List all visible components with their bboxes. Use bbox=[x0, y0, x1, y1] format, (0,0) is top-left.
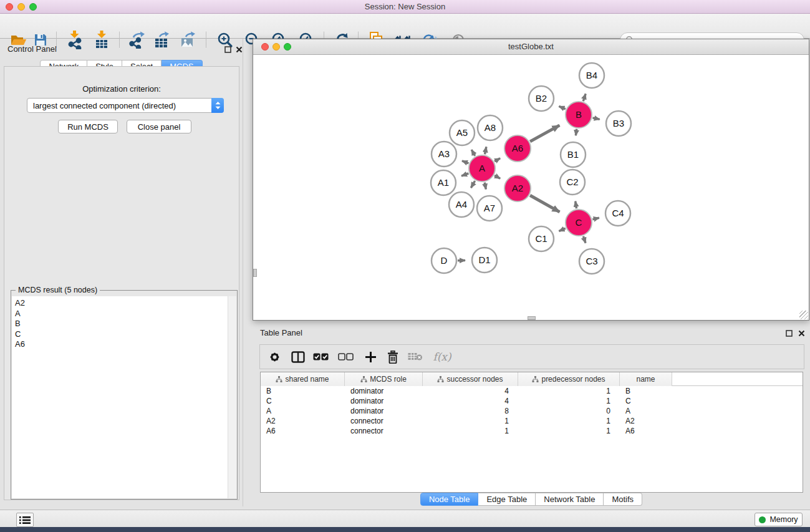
cell-predecessor_nodes[interactable]: 1 bbox=[518, 387, 620, 395]
tab-edge-table[interactable]: Edge Table bbox=[478, 493, 536, 506]
task-history-button[interactable] bbox=[16, 513, 34, 527]
graph-edge-C-C2[interactable] bbox=[576, 201, 577, 209]
graph-node-C2[interactable] bbox=[560, 170, 585, 195]
graph-edge-A-A5[interactable] bbox=[471, 150, 475, 156]
graph-edge-A-A1[interactable] bbox=[461, 173, 468, 176]
graph-edge-A6-B[interactable] bbox=[530, 125, 559, 142]
mcds-result-item[interactable]: B bbox=[15, 319, 228, 329]
graph-edge-B-B3[interactable] bbox=[592, 118, 599, 119]
graph-edge-A2-C[interactable] bbox=[530, 195, 559, 212]
graph-node-D1[interactable] bbox=[472, 248, 497, 273]
cell-name[interactable]: C bbox=[620, 397, 672, 405]
graph-node-A3[interactable] bbox=[432, 142, 456, 167]
mcds-list-scrollbar[interactable] bbox=[228, 296, 236, 498]
cell-successor_nodes[interactable]: 1 bbox=[423, 417, 518, 425]
tab-network-table[interactable]: Network Table bbox=[536, 493, 604, 506]
cell-mcds_role[interactable]: connector bbox=[345, 417, 423, 425]
cell-mcds_role[interactable]: connector bbox=[345, 427, 423, 435]
run-mcds-button[interactable]: Run MCDS bbox=[58, 120, 118, 133]
graph-edge-A-A3[interactable] bbox=[462, 161, 468, 163]
table-row[interactable]: A6connector11A6 bbox=[261, 426, 803, 436]
column-header-name[interactable]: name bbox=[620, 372, 672, 386]
graph-edge-A-A4[interactable] bbox=[471, 181, 475, 188]
close-mcds-panel-button[interactable]: Close panel bbox=[127, 120, 191, 133]
mcds-result-item[interactable]: A2 bbox=[15, 298, 228, 309]
cell-name[interactable]: A6 bbox=[620, 427, 672, 435]
graph-node-A5[interactable] bbox=[450, 120, 475, 145]
graph-node-C4[interactable] bbox=[605, 201, 630, 226]
delete-columns-button[interactable] bbox=[383, 345, 402, 369]
window-resize-grip[interactable] bbox=[799, 311, 808, 319]
cell-predecessor_nodes[interactable]: 1 bbox=[518, 427, 620, 435]
cell-shared_name[interactable]: C bbox=[261, 397, 345, 405]
cell-predecessor_nodes[interactable]: 0 bbox=[518, 407, 620, 415]
close-control-panel-button[interactable] bbox=[234, 45, 243, 54]
float-control-panel-button[interactable] bbox=[223, 45, 232, 54]
canvas-vertical-scroll-thumb[interactable] bbox=[253, 269, 257, 277]
mcds-result-item[interactable]: A bbox=[15, 309, 228, 319]
table-row[interactable]: Bdominator41B bbox=[261, 386, 803, 396]
graph-node-C[interactable] bbox=[566, 210, 592, 236]
cell-mcds_role[interactable]: dominator bbox=[345, 397, 423, 405]
graph-node-B4[interactable] bbox=[579, 63, 604, 88]
graph-node-B[interactable] bbox=[566, 102, 592, 128]
graph-node-B3[interactable] bbox=[606, 111, 631, 136]
cell-shared_name[interactable]: A2 bbox=[261, 417, 345, 425]
graph-node-C3[interactable] bbox=[579, 249, 604, 274]
graph-edge-C-C3[interactable] bbox=[583, 236, 586, 243]
optimization-criterion-select[interactable]: largest connected component (directed) bbox=[27, 98, 224, 113]
show-columns-button[interactable] bbox=[289, 345, 307, 369]
graph-node-C1[interactable] bbox=[529, 226, 554, 251]
graph-node-A7[interactable] bbox=[477, 196, 502, 221]
mcds-result-item[interactable]: A6 bbox=[15, 339, 228, 350]
graph-node-D[interactable] bbox=[432, 248, 456, 273]
column-header-shared-name[interactable]: shared name bbox=[261, 372, 345, 386]
graph-edge-A-A6[interactable] bbox=[494, 158, 500, 162]
float-table-panel-button[interactable] bbox=[784, 329, 793, 337]
graph-edge-A-A8[interactable] bbox=[485, 147, 486, 154]
network-canvas[interactable]: AA1A2A3A4A5A6A7A8BB1B2B3B4CC1C2C3C4DD1 bbox=[253, 56, 809, 320]
cell-successor_nodes[interactable]: 8 bbox=[423, 407, 518, 415]
cell-name[interactable]: A bbox=[620, 407, 672, 415]
close-table-panel-button[interactable] bbox=[797, 329, 806, 337]
graph-node-A1[interactable] bbox=[431, 170, 456, 195]
tab-motifs[interactable]: Motifs bbox=[604, 493, 642, 506]
column-header-successor-nodes[interactable]: successor nodes bbox=[423, 372, 518, 386]
select-all-columns-button[interactable] bbox=[311, 345, 330, 369]
graph-node-A2[interactable] bbox=[504, 175, 531, 201]
function-builder-button[interactable]: f(x) bbox=[430, 345, 455, 369]
unselect-all-columns-button[interactable] bbox=[336, 345, 355, 369]
table-row[interactable]: A2connector11A2 bbox=[261, 416, 803, 426]
table-row[interactable]: Adominator80A bbox=[261, 406, 803, 416]
graph-edge-A-A2[interactable] bbox=[494, 175, 500, 178]
cell-shared_name[interactable]: B bbox=[261, 387, 345, 395]
cell-successor_nodes[interactable]: 4 bbox=[423, 397, 518, 405]
graph-edge-A-A7[interactable] bbox=[485, 183, 486, 190]
memory-button[interactable]: Memory bbox=[755, 513, 803, 526]
cell-shared_name[interactable]: A6 bbox=[261, 427, 345, 435]
column-header-mcds-role[interactable]: MCDS role bbox=[345, 372, 423, 386]
graph-node-A6[interactable] bbox=[504, 135, 531, 162]
table-options-button[interactable] bbox=[265, 345, 284, 369]
cell-name[interactable]: B bbox=[620, 387, 672, 395]
mcds-result-item[interactable]: C bbox=[15, 329, 228, 340]
canvas-horizontal-scroll-thumb[interactable] bbox=[528, 316, 536, 320]
graph-edge-B-B2[interactable] bbox=[559, 106, 565, 109]
cell-successor_nodes[interactable]: 1 bbox=[423, 427, 518, 435]
cell-predecessor_nodes[interactable]: 1 bbox=[518, 417, 620, 425]
column-header-predecessor-nodes[interactable]: predecessor nodes bbox=[518, 372, 620, 386]
graph-node-A4[interactable] bbox=[449, 192, 474, 217]
network-window-titlebar[interactable]: testGlobe.txt bbox=[253, 39, 809, 55]
graph-node-B1[interactable] bbox=[561, 142, 586, 167]
cell-successor_nodes[interactable]: 4 bbox=[423, 387, 518, 395]
graph-node-A[interactable] bbox=[469, 155, 495, 181]
graph-edge-B-B4[interactable] bbox=[583, 94, 586, 101]
delete-table-button[interactable] bbox=[406, 345, 425, 369]
cell-shared_name[interactable]: A bbox=[261, 407, 345, 415]
cell-name[interactable]: A2 bbox=[620, 417, 672, 425]
graph-edge-B-B1[interactable] bbox=[576, 129, 576, 136]
graph-node-A8[interactable] bbox=[478, 115, 503, 140]
table-row[interactable]: Cdominator41C bbox=[261, 396, 803, 406]
cell-mcds_role[interactable]: dominator bbox=[345, 387, 423, 395]
cell-predecessor_nodes[interactable]: 1 bbox=[518, 397, 620, 405]
